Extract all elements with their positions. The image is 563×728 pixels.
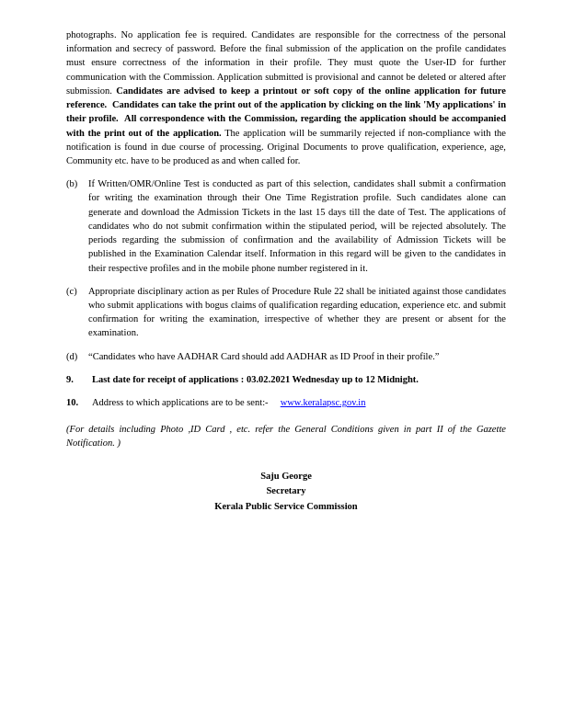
signatory-name: Saju George [66,469,506,484]
page: photographs. No application fee is requi… [0,0,563,728]
item-10-label: Address to which applications are to be … [92,397,269,407]
lettered-list: (b)If Written/OMR/Online Test is conduct… [66,176,506,363]
numbered-item-10: 10. Address to which applications are to… [66,395,506,409]
lettered-item-content: Appropriate disciplinary action as per R… [88,284,506,340]
signatory-org: Kerala Public Service Commission [66,499,506,515]
item-9-num: 9. [66,372,92,386]
lettered-item-c: (c)Appropriate disciplinary action as pe… [66,284,506,340]
numbered-list: 9. Last date for receipt of applications… [66,372,506,409]
lettered-item-label: (b) [66,176,88,275]
item-9-content: Last date for receipt of applications : … [92,372,506,386]
numbered-item-9: 9. Last date for receipt of applications… [66,372,506,386]
signature-block: Saju George Secretary Kerala Public Serv… [66,469,506,515]
lettered-item-label: (d) [66,349,88,363]
kerala-psc-link[interactable]: www.keralapsc.gov.in [281,397,366,407]
for-details-text: (For details including Photo ,ID Card , … [66,422,506,449]
signatory-title: Secretary [66,483,506,499]
lettered-item-d: (d)“Candidates who have AADHAR Card shou… [66,349,506,363]
item-10-num: 10. [66,395,92,409]
lettered-item-b: (b)If Written/OMR/Online Test is conduct… [66,176,506,275]
intro-paragraph: photographs. No application fee is requi… [66,28,506,167]
item-10-content: Address to which applications are to be … [92,395,506,409]
lettered-item-content: If Written/OMR/Online Test is conducted … [88,176,506,275]
lettered-item-label: (c) [66,284,88,340]
lettered-item-content: “Candidates who have AADHAR Card should … [88,349,506,363]
